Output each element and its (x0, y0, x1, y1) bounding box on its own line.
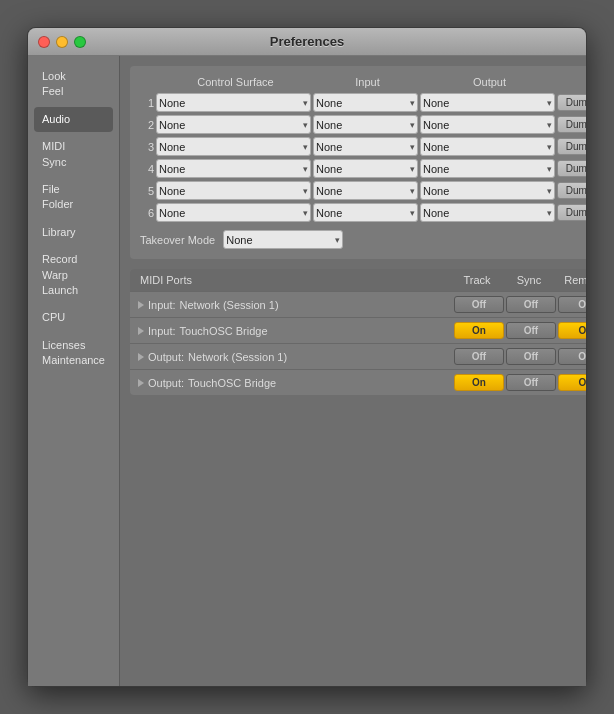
sidebar-item-library[interactable]: Library (34, 220, 113, 245)
output-select-wrap-3: None (420, 137, 555, 156)
input-select-2[interactable]: None (313, 115, 418, 134)
cs-row-2: 2 None None None Dump (140, 115, 586, 134)
row-num-4: 4 (140, 163, 154, 175)
dump-btn-1[interactable]: Dump (557, 94, 586, 111)
midi-sync-label: Sync (504, 274, 554, 286)
input-select-3[interactable]: None (313, 137, 418, 156)
input-select-1[interactable]: None (313, 93, 418, 112)
midi-row-1: Input: TouchOSC Bridge On Off On (130, 317, 586, 343)
dump-btn-5[interactable]: Dump (557, 182, 586, 199)
output-select-5[interactable]: None (420, 181, 555, 200)
row-num-5: 5 (140, 185, 154, 197)
row-num-6: 6 (140, 207, 154, 219)
input-select-wrap-5: None (313, 181, 418, 200)
input-select-4[interactable]: None (313, 159, 418, 178)
sync-toggle-0[interactable]: Off (506, 296, 556, 313)
expand-icon-0[interactable] (138, 301, 144, 309)
cs-select-wrap-5: None (156, 181, 311, 200)
control-surface-section: Control Surface Input Output 1 None None… (130, 66, 586, 259)
midi-name-3: TouchOSC Bridge (188, 377, 276, 389)
output-select-4[interactable]: None (420, 159, 555, 178)
cs-row-6: 6 None None None Dump (140, 203, 586, 222)
cs-select-6[interactable]: None (156, 203, 311, 222)
sidebar-item-cpu[interactable]: CPU (34, 305, 113, 330)
midi-row-0: Input: Network (Session 1) Off Off Off (130, 291, 586, 317)
midi-direction-3: Output: (148, 377, 184, 389)
dump-btn-4[interactable]: Dump (557, 160, 586, 177)
track-toggle-3[interactable]: On (454, 374, 504, 391)
remote-toggle-1[interactable]: On (558, 322, 586, 339)
cs-col-num (142, 76, 156, 88)
sidebar-item-record-warp-launch[interactable]: Record Warp Launch (34, 247, 113, 303)
output-select-wrap-6: None (420, 203, 555, 222)
input-select-wrap-4: None (313, 159, 418, 178)
midi-ports-section: MIDI Ports Track Sync Remote Input: Netw… (130, 269, 586, 395)
output-select-wrap-1: None (420, 93, 555, 112)
cs-select-5[interactable]: None (156, 181, 311, 200)
takeover-row: Takeover Mode None (140, 230, 586, 249)
midi-track-label: Track (452, 274, 502, 286)
cs-select-wrap-3: None (156, 137, 311, 156)
main-panel: Control Surface Input Output 1 None None… (120, 56, 586, 686)
input-select-wrap-1: None (313, 93, 418, 112)
maximize-button[interactable] (74, 36, 86, 48)
sidebar-item-file-folder[interactable]: File Folder (34, 177, 113, 218)
sync-toggle-1[interactable]: Off (506, 322, 556, 339)
cs-select-2[interactable]: None (156, 115, 311, 134)
row-num-2: 2 (140, 119, 154, 131)
remote-toggle-3[interactable]: On (558, 374, 586, 391)
midi-ports-label: MIDI Ports (140, 274, 450, 286)
track-toggle-1[interactable]: On (454, 322, 504, 339)
track-toggle-2[interactable]: Off (454, 348, 504, 365)
cs-select-1[interactable]: None (156, 93, 311, 112)
midi-row-label-2: Output: Network (Session 1) (138, 351, 452, 363)
preferences-window: Preferences Look Feel Audio MIDI Sync Fi… (27, 27, 587, 687)
track-toggle-0[interactable]: Off (454, 296, 504, 313)
cs-row-1: 1 None None None Dump (140, 93, 586, 112)
midi-direction-1: Input: (148, 325, 176, 337)
cs-select-wrap-2: None (156, 115, 311, 134)
minimize-button[interactable] (56, 36, 68, 48)
expand-icon-2[interactable] (138, 353, 144, 361)
dump-btn-2[interactable]: Dump (557, 116, 586, 133)
cs-col-input: Input (315, 76, 420, 88)
close-button[interactable] (38, 36, 50, 48)
sidebar: Look Feel Audio MIDI Sync File Folder Li… (28, 56, 120, 686)
input-select-6[interactable]: None (313, 203, 418, 222)
output-select-1[interactable]: None (420, 93, 555, 112)
remote-toggle-0[interactable]: Off (558, 296, 586, 313)
sync-toggle-3[interactable]: Off (506, 374, 556, 391)
cs-select-3[interactable]: None (156, 137, 311, 156)
cs-col-cs: Control Surface (158, 76, 313, 88)
cs-table-header: Control Surface Input Output (140, 76, 586, 88)
sidebar-item-audio[interactable]: Audio (34, 107, 113, 132)
input-select-5[interactable]: None (313, 181, 418, 200)
midi-direction-0: Input: (148, 299, 176, 311)
takeover-select[interactable]: None (223, 230, 343, 249)
row-num-1: 1 (140, 97, 154, 109)
output-select-3[interactable]: None (420, 137, 555, 156)
remote-toggle-2[interactable]: Off (558, 348, 586, 365)
cs-row-5: 5 None None None Dump (140, 181, 586, 200)
sidebar-item-midi-sync[interactable]: MIDI Sync (34, 134, 113, 175)
output-select-6[interactable]: None (420, 203, 555, 222)
sidebar-item-licenses-maintenance[interactable]: Licenses Maintenance (34, 333, 113, 374)
midi-row-2: Output: Network (Session 1) Off Off Off (130, 343, 586, 369)
input-select-wrap-6: None (313, 203, 418, 222)
cs-row-4: 4 None None None Dump (140, 159, 586, 178)
midi-row-label-0: Input: Network (Session 1) (138, 299, 452, 311)
output-select-2[interactable]: None (420, 115, 555, 134)
output-select-wrap-2: None (420, 115, 555, 134)
expand-icon-1[interactable] (138, 327, 144, 335)
output-select-wrap-5: None (420, 181, 555, 200)
expand-icon-3[interactable] (138, 379, 144, 387)
cs-select-wrap-6: None (156, 203, 311, 222)
row-num-3: 3 (140, 141, 154, 153)
sync-toggle-2[interactable]: Off (506, 348, 556, 365)
sidebar-item-look-feel[interactable]: Look Feel (34, 64, 113, 105)
cs-select-4[interactable]: None (156, 159, 311, 178)
cs-col-output: Output (422, 76, 557, 88)
dump-btn-3[interactable]: Dump (557, 138, 586, 155)
midi-ports-header: MIDI Ports Track Sync Remote (130, 269, 586, 291)
dump-btn-6[interactable]: Dump (557, 204, 586, 221)
